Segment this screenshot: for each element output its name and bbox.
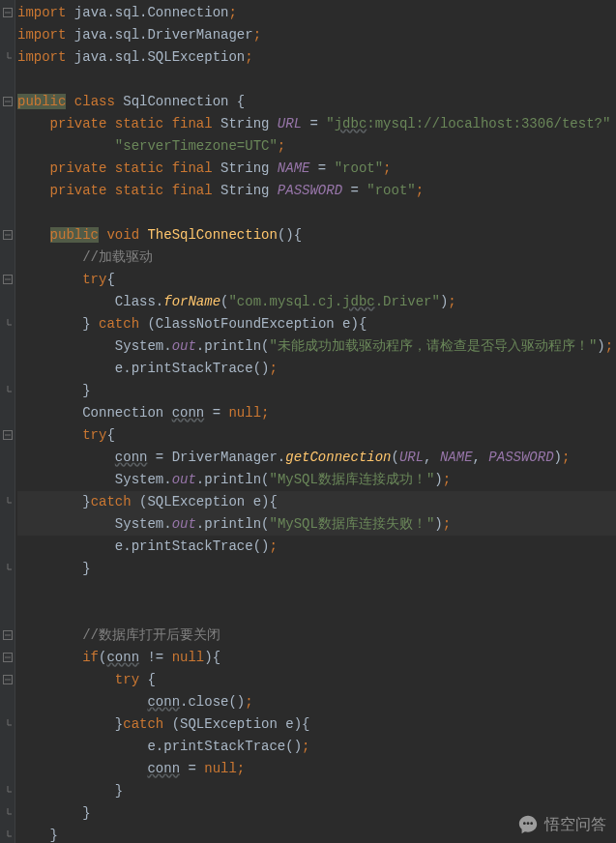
- code-token: "MySQL数据库连接成功！": [269, 472, 434, 487]
- code-line[interactable]: private static final String NAME = "root…: [17, 158, 616, 180]
- code-line[interactable]: [17, 602, 616, 625]
- code-line[interactable]: [17, 580, 616, 602]
- code-line[interactable]: System.out.println("MySQL数据库连接成功！");: [17, 469, 616, 491]
- code-line[interactable]: [17, 202, 616, 224]
- code-token: }: [82, 494, 90, 509]
- code-line[interactable]: e.printStackTrace();: [17, 736, 616, 758]
- code-line[interactable]: try{: [17, 424, 616, 447]
- code-token: NAME: [440, 450, 473, 465]
- fold-collapse-icon[interactable]: [2, 629, 14, 641]
- code-line[interactable]: System.out.println("MySQL数据库连接失败！");: [17, 513, 616, 536]
- code-line[interactable]: try{: [17, 269, 616, 291]
- code-line[interactable]: try {: [17, 669, 616, 691]
- code-token: ;: [562, 450, 570, 465]
- code-token: }: [82, 383, 90, 398]
- fold-end-icon[interactable]: [2, 563, 14, 574]
- code-token: .println(: [196, 516, 270, 532]
- code-line[interactable]: }: [17, 558, 616, 580]
- code-token: ,: [424, 450, 440, 465]
- code-token: ): [554, 450, 562, 465]
- code-token: try: [82, 272, 106, 287]
- code-line[interactable]: }: [17, 780, 616, 802]
- code-token: =: [180, 761, 204, 776]
- code-line[interactable]: public class SqlConnection {: [17, 91, 616, 113]
- code-token: System.: [115, 516, 172, 532]
- code-line[interactable]: //加载驱动: [17, 247, 616, 269]
- code-token: PASSWORD: [278, 183, 342, 198]
- code-token: ;: [245, 49, 252, 65]
- fold-collapse-icon[interactable]: [2, 652, 14, 663]
- code-token: String: [213, 116, 278, 131]
- code-token: private static final: [50, 160, 213, 176]
- code-token: }: [115, 716, 123, 732]
- code-line[interactable]: Connection conn = null;: [17, 402, 616, 424]
- code-line[interactable]: private static final String PASSWORD = "…: [17, 180, 616, 202]
- code-line[interactable]: if(conn != null){: [17, 647, 616, 669]
- code-line[interactable]: public void TheSqlConnection(){: [17, 224, 616, 247]
- code-line[interactable]: "serverTimezone=UTC";: [17, 135, 616, 158]
- code-line[interactable]: [17, 69, 616, 91]
- fold-end-icon[interactable]: [2, 385, 14, 396]
- fold-collapse-icon[interactable]: [2, 429, 14, 441]
- code-token: :mysql://localhost:3306/test?": [367, 116, 610, 131]
- code-token: NAME: [278, 160, 310, 176]
- fold-end-icon[interactable]: [2, 51, 14, 63]
- code-token: ;: [269, 361, 277, 376]
- code-line[interactable]: import java.sql.SQLException;: [17, 46, 616, 69]
- code-token: conn: [106, 650, 139, 665]
- fold-end-icon[interactable]: [2, 829, 14, 841]
- code-token: void: [106, 227, 139, 243]
- fold-collapse-icon[interactable]: [2, 7, 14, 18]
- code-token: conn: [147, 694, 180, 710]
- code-token: import: [17, 49, 66, 65]
- fold-end-icon[interactable]: [2, 807, 14, 819]
- code-line[interactable]: private static final String URL = "jdbc:…: [17, 113, 616, 135]
- fold-end-icon[interactable]: [2, 496, 14, 508]
- code-token: jdbc: [335, 116, 367, 131]
- code-line[interactable]: e.printStackTrace();: [17, 358, 616, 380]
- code-token: }: [115, 783, 123, 799]
- code-token: Connection: [82, 405, 171, 421]
- fold-collapse-icon[interactable]: [2, 274, 14, 285]
- fold-collapse-icon[interactable]: [2, 229, 14, 241]
- code-line[interactable]: conn = null;: [17, 758, 616, 780]
- code-line[interactable]: } catch (ClassNotFoundException e){: [17, 313, 616, 335]
- code-token: "MySQL数据库连接失败！": [269, 516, 434, 532]
- code-token: private static final: [50, 116, 213, 131]
- code-token: getConnection: [285, 450, 391, 465]
- code-line[interactable]: conn.close();: [17, 691, 616, 713]
- code-line[interactable]: import java.sql.Connection;: [17, 2, 616, 24]
- code-token: out: [172, 516, 196, 532]
- code-line[interactable]: }: [17, 380, 616, 402]
- code-line[interactable]: System.out.println("未能成功加载驱动程序，请检查是否导入驱动…: [17, 335, 616, 358]
- code-token: catch: [123, 716, 163, 732]
- code-token: SqlConnection {: [115, 94, 245, 109]
- fold-collapse-icon[interactable]: [2, 96, 14, 107]
- code-line[interactable]: }catch (SQLException e){: [17, 713, 616, 736]
- code-token: public: [17, 94, 66, 109]
- code-line[interactable]: import java.sql.DriverManager;: [17, 24, 616, 46]
- code-token: conn: [147, 761, 180, 776]
- code-line[interactable]: conn = DriverManager.getConnection(URL, …: [17, 447, 616, 469]
- fold-collapse-icon[interactable]: [2, 674, 14, 685]
- code-token: (ClassNotFoundException e){: [139, 316, 367, 332]
- fold-end-icon[interactable]: [2, 318, 14, 330]
- fold-end-icon[interactable]: [2, 785, 14, 797]
- code-token: System.: [115, 472, 172, 487]
- code-editor[interactable]: import java.sql.Connection;import java.s…: [0, 0, 616, 843]
- code-token: ;: [443, 472, 451, 487]
- code-token: {: [106, 272, 114, 287]
- code-token: conn: [115, 450, 148, 465]
- code-token: java.sql.Connection: [66, 5, 228, 20]
- code-line[interactable]: }catch (SQLException e){: [17, 491, 616, 513]
- code-line[interactable]: //数据库打开后要关闭: [17, 625, 616, 647]
- code-line[interactable]: Class.forName("com.mysql.cj.jdbc.Driver"…: [17, 291, 616, 313]
- code-token: ): [597, 338, 604, 354]
- code-token: (: [391, 450, 398, 465]
- fold-end-icon[interactable]: [2, 718, 14, 730]
- code-token: }: [82, 805, 90, 821]
- watermark-text: 悟空问答: [544, 813, 606, 835]
- code-token: if: [82, 650, 99, 665]
- code-line[interactable]: e.printStackTrace();: [17, 536, 616, 558]
- code-token: String: [213, 183, 278, 198]
